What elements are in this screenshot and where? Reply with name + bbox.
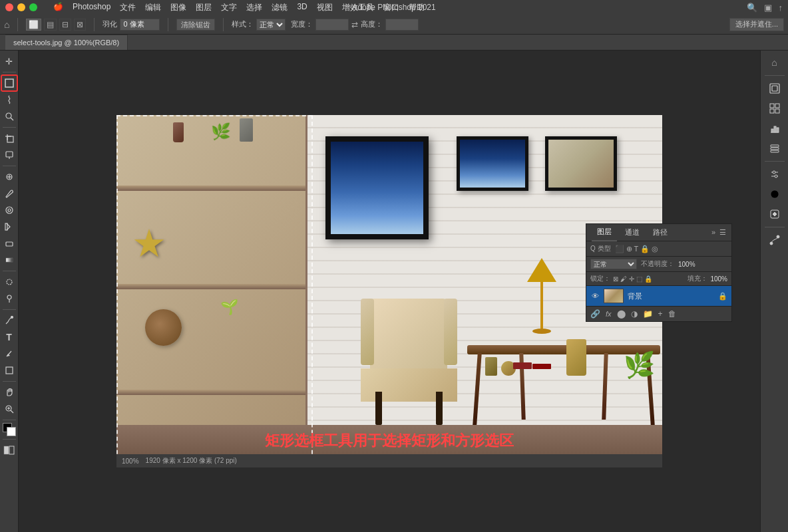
hand-tool-btn[interactable] — [1, 384, 17, 400]
svg-rect-0 — [5, 79, 13, 87]
status-bar: 100% 1920 像素 x 1200 像素 (72 ppi) — [116, 454, 662, 467]
style-select[interactable]: 正常 — [256, 19, 286, 31]
shape-tool-btn[interactable] — [1, 362, 17, 378]
stone-sculpture — [566, 339, 586, 376]
channels-tab[interactable]: 通道 — [620, 224, 645, 241]
dodge-tool-btn[interactable] — [1, 291, 17, 307]
layer-item-background[interactable]: 👁 背景 🔒 — [586, 286, 731, 306]
lock-artboard-icon[interactable]: ⬚ — [636, 275, 642, 283]
layer-mask-icon[interactable]: ⬤ — [617, 309, 626, 319]
paths-tab[interactable]: 路径 — [648, 224, 673, 241]
layer-delete-icon[interactable]: 🗑 — [668, 309, 676, 319]
history-brush-tool-btn[interactable] — [1, 219, 17, 235]
close-button[interactable] — [5, 3, 13, 11]
move-tool-btn[interactable]: ✛ — [1, 53, 17, 69]
menu-file[interactable]: 文件 — [120, 2, 136, 13]
path-select-tool-btn[interactable] — [1, 346, 17, 362]
quick-mask-btn[interactable] — [1, 442, 17, 458]
smart-filter-icon[interactable]: ◎ — [652, 245, 658, 253]
height-label: 高度： — [361, 19, 383, 29]
layer-adj-icon[interactable]: ◑ — [631, 309, 638, 319]
document-tab[interactable]: select-tools.jpg @ 100%(RGB/8) — [5, 35, 128, 50]
menu-layer[interactable]: 图层 — [196, 2, 212, 13]
lock-position-icon[interactable]: ✛ — [629, 275, 634, 283]
header-right-icons: 🔍 ▣ ↑ — [747, 3, 783, 13]
text-tool-btn[interactable]: T — [1, 329, 17, 345]
panel-home-btn[interactable]: ⌂ — [763, 53, 787, 72]
clone-stamp-tool-btn[interactable] — [1, 202, 17, 218]
heal-brush-tool-btn[interactable] — [1, 169, 17, 185]
home-icon[interactable]: ⌂ — [4, 19, 9, 30]
menu-photoshop[interactable]: Photoshop — [73, 2, 110, 13]
width-input[interactable] — [315, 19, 349, 31]
svg-rect-30 — [775, 104, 779, 108]
shape-filter-icon[interactable]: 🔒 — [640, 245, 650, 253]
text-filter-icon[interactable]: T — [634, 245, 639, 253]
layers-tab[interactable]: 图层 — [592, 224, 617, 241]
menu-select[interactable]: 选择 — [246, 2, 262, 13]
panel-adjustments-btn[interactable] — [763, 165, 787, 184]
blending-mode-select[interactable]: 正常 — [590, 259, 637, 269]
menu-3d[interactable]: 3D — [297, 2, 307, 13]
menu-image[interactable]: 图像 — [170, 2, 186, 13]
panel-color-picker-btn[interactable] — [763, 185, 787, 203]
lock-all-icon[interactable]: 🔒 — [644, 275, 652, 283]
maximize-button[interactable] — [29, 3, 37, 11]
layer-new-icon[interactable]: + — [658, 309, 663, 319]
crop-tool-btn[interactable] — [1, 130, 17, 146]
svg-rect-39 — [771, 150, 779, 152]
panel-menu-icon[interactable]: ☰ — [719, 228, 726, 237]
arrange-icon[interactable]: ▣ — [764, 3, 772, 13]
svg-rect-37 — [771, 145, 779, 147]
clear-jagged-btn[interactable]: 清除锯齿 — [176, 19, 215, 31]
svg-rect-25 — [4, 446, 9, 454]
panel-expand-icon[interactable]: » — [711, 228, 715, 237]
panel-layers-btn[interactable] — [763, 139, 787, 158]
panel-color-btn[interactable] — [763, 79, 787, 98]
menu-view[interactable]: 视图 — [317, 2, 333, 13]
eraser-tool-btn[interactable] — [1, 235, 17, 251]
menu-filter[interactable]: 滤镜 — [272, 2, 288, 13]
zoom-tool-btn[interactable] — [1, 401, 17, 417]
panel-histogram-btn[interactable] — [763, 119, 787, 138]
lock-image-icon[interactable]: 🖌 — [620, 275, 627, 283]
swap-icon[interactable]: ⇄ — [351, 20, 358, 29]
single-row-btn[interactable]: ▤ — [44, 19, 57, 31]
lasso-tool-btn[interactable]: ⌇ — [1, 92, 17, 108]
menu-edit[interactable]: 编辑 — [145, 2, 161, 13]
layer-fx-icon[interactable]: fx — [606, 310, 612, 318]
eyedropper-tool-btn[interactable] — [1, 147, 17, 163]
pen-tool-btn[interactable] — [1, 313, 17, 329]
intersect-btn[interactable]: ⊠ — [74, 19, 86, 31]
svg-point-41 — [773, 171, 775, 174]
menu-text[interactable]: 文字 — [221, 2, 237, 13]
pixel-filter-icon[interactable]: ⬛ — [615, 245, 624, 253]
main-frame — [325, 136, 429, 239]
search-icon[interactable]: 🔍 — [747, 3, 757, 13]
lock-icons: ⊠ 🖌 ✛ ⬚ 🔒 — [613, 275, 652, 283]
gradient-tool-btn[interactable] — [1, 252, 17, 268]
lock-transparent-icon[interactable]: ⊠ — [613, 275, 618, 283]
minimize-button[interactable] — [17, 3, 25, 11]
svg-rect-36 — [777, 128, 779, 132]
layer-group-icon[interactable]: 📁 — [643, 309, 653, 319]
panel-grid-btn[interactable] — [763, 99, 787, 118]
adj-filter-icon[interactable]: ⊕ — [626, 245, 632, 253]
blur-tool-btn[interactable] — [1, 274, 17, 290]
share-icon[interactable]: ↑ — [779, 3, 783, 13]
menu-apple[interactable]: 🍎 — [53, 2, 63, 13]
rect-marquee-btn[interactable]: ⬜ — [26, 19, 41, 31]
feather-input[interactable] — [120, 19, 160, 31]
layer-link-icon[interactable]: 🔗 — [590, 309, 600, 319]
panel-styles-btn[interactable] — [763, 205, 787, 223]
panel-paths-btn[interactable] — [763, 231, 787, 249]
color-swatches[interactable] — [3, 423, 16, 436]
subtract-btn[interactable]: ⊟ — [59, 19, 71, 31]
layer-visibility-icon[interactable]: 👁 — [590, 291, 600, 301]
background-color[interactable] — [7, 427, 16, 436]
brush-tool-btn[interactable] — [1, 186, 17, 201]
rectangular-marquee-tool-btn[interactable] — [1, 75, 17, 91]
quick-select-tool-btn[interactable] — [1, 108, 17, 124]
select-and-mask-btn[interactable]: 选择并遮住... — [729, 18, 784, 31]
height-input[interactable] — [385, 19, 419, 31]
